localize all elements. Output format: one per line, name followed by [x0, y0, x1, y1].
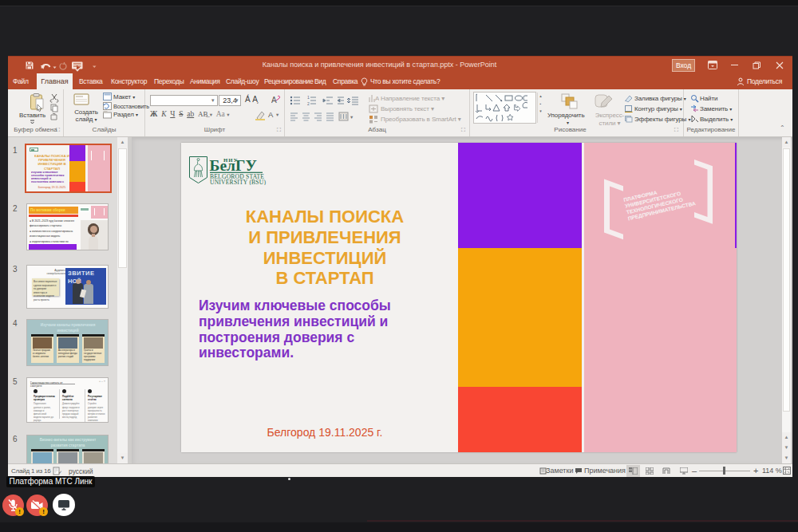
svg-text:БелГУ: БелГУ [210, 157, 257, 174]
svg-text:2: 2 [307, 101, 310, 105]
svg-text:UNIVERSITY (BSU): UNIVERSITY (BSU) [210, 179, 266, 186]
svg-text:✓: ✓ [58, 470, 62, 475]
svg-text:▾: ▾ [350, 114, 354, 120]
svg-text:A: A [375, 95, 379, 102]
svg-text:А: А [271, 96, 277, 104]
svg-text:1: 1 [307, 96, 310, 100]
